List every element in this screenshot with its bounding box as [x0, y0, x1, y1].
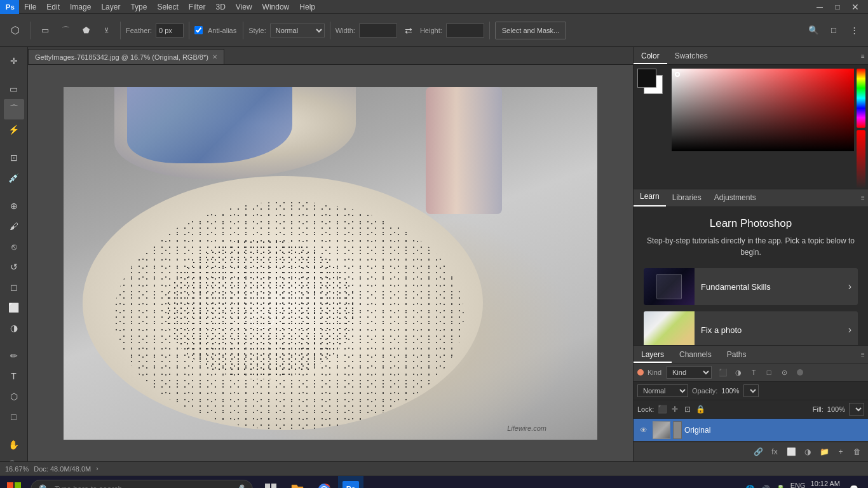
filter-adjust-btn[interactable]: ◑: [732, 366, 745, 379]
color-gradient-picker[interactable]: [672, 69, 854, 151]
eraser-tool[interactable]: ◻: [4, 277, 24, 297]
color-tab[interactable]: Color: [634, 47, 667, 64]
filter-shape-btn[interactable]: □: [763, 366, 775, 379]
search-input[interactable]: [55, 485, 229, 489]
move-tool[interactable]: ✛: [4, 51, 24, 71]
select-and-mask-btn[interactable]: Select and Mask...: [495, 22, 567, 39]
lock-position-btn[interactable]: ✛: [670, 405, 679, 414]
menu-image[interactable]: Image: [65, 0, 96, 14]
tool-lasso[interactable]: ⌒: [57, 22, 74, 39]
file-explorer-app[interactable]: [285, 476, 310, 489]
task-view-btn[interactable]: [258, 476, 283, 489]
swap-wh-btn[interactable]: ⇄: [400, 22, 417, 39]
rect-marquee-tool[interactable]: ▭: [4, 79, 24, 99]
text-tool[interactable]: T: [4, 366, 24, 386]
antialias-checkbox[interactable]: [194, 26, 203, 34]
gradient-tool[interactable]: ⬜: [4, 297, 24, 318]
workspace-btn[interactable]: □: [825, 22, 843, 39]
volume-icon[interactable]: 🔊: [760, 484, 771, 489]
opacity-dropdown[interactable]: [743, 384, 759, 397]
menu-3d[interactable]: 3D: [210, 0, 230, 14]
crop-tool[interactable]: ⊡: [4, 147, 24, 168]
menu-file[interactable]: File: [19, 0, 41, 14]
swatches-tab[interactable]: Swatches: [667, 47, 715, 64]
learn-tab[interactable]: Learn: [634, 189, 666, 207]
photoshop-app[interactable]: Ps: [338, 476, 363, 489]
layers-tab[interactable]: Layers: [634, 346, 672, 363]
feather-input[interactable]: [156, 24, 184, 37]
delete-layer-btn[interactable]: 🗑: [850, 445, 864, 459]
menu-window[interactable]: Window: [257, 0, 295, 14]
spot-heal-tool[interactable]: ⊕: [4, 196, 24, 216]
notification-btn[interactable]: 💬: [845, 480, 863, 489]
alpha-bar[interactable]: [857, 130, 865, 189]
tool-magnetic-lasso[interactable]: ⊻: [97, 22, 115, 39]
window-maximize[interactable]: □: [830, 0, 845, 14]
tool-poly-lasso[interactable]: ⬟: [77, 22, 95, 39]
color-panel-options[interactable]: ≡: [858, 47, 868, 65]
menu-edit[interactable]: Edit: [41, 0, 65, 14]
window-minimize[interactable]: ─: [812, 0, 827, 14]
fg-color-panel-swatch[interactable]: [637, 69, 656, 88]
filter-type-btn[interactable]: T: [747, 366, 760, 379]
canvas-container[interactable]: Lifewire.com: [28, 65, 633, 461]
start-button[interactable]: [0, 476, 28, 489]
menu-view[interactable]: View: [231, 0, 257, 14]
pen-tool[interactable]: ✏: [4, 346, 24, 366]
dodge-tool[interactable]: ◑: [4, 318, 24, 338]
menu-filter[interactable]: Filter: [184, 0, 211, 14]
shape-tool[interactable]: □: [4, 407, 24, 427]
tool-rect-select[interactable]: ▭: [36, 22, 54, 39]
quick-select-tool[interactable]: ⚡: [4, 119, 24, 140]
taskbar-search[interactable]: 🔍 🎤: [31, 480, 253, 489]
style-select[interactable]: Normal Fixed Ratio Fixed Size: [270, 24, 325, 37]
zoom-tool[interactable]: 🔍: [4, 455, 24, 461]
lock-pixels-btn[interactable]: ⬛: [658, 405, 667, 414]
tool-lasso-select[interactable]: ⬡: [5, 20, 25, 41]
table-row[interactable]: 👁 Original: [634, 419, 868, 442]
spectrum-bar[interactable]: [857, 69, 865, 128]
document-tab[interactable]: GettyImages-76185342.jpg @ 16.7% (Origin…: [28, 49, 224, 64]
layers-panel-options[interactable]: ≡: [858, 346, 868, 363]
layer-visibility-toggle[interactable]: 👁: [637, 424, 650, 437]
fill-dropdown[interactable]: [849, 403, 864, 416]
adjustments-tab[interactable]: Adjustments: [708, 189, 763, 207]
search-icon-btn[interactable]: 🔍: [804, 22, 822, 39]
learn-card-fundamental[interactable]: Fundamental Skills ›: [644, 268, 858, 305]
network-icon[interactable]: 🌐: [745, 484, 756, 489]
filter-smart-btn[interactable]: ⊙: [778, 366, 790, 379]
learn-panel-options[interactable]: ≡: [858, 189, 868, 207]
width-input[interactable]: [359, 24, 397, 37]
more-btn[interactable]: ⋮: [845, 22, 863, 39]
new-layer-btn[interactable]: +: [834, 445, 848, 459]
add-adjustment-btn[interactable]: ◑: [801, 445, 815, 459]
brush-tool[interactable]: 🖌: [4, 216, 24, 236]
stamp-tool[interactable]: ⎋: [4, 236, 24, 257]
lock-artboard-btn[interactable]: ⊡: [683, 405, 692, 414]
menu-select[interactable]: Select: [152, 0, 183, 14]
path-select-tool[interactable]: ⬡: [4, 386, 24, 407]
system-clock[interactable]: 10:12 AM 9/4/2019: [811, 479, 840, 488]
menu-help[interactable]: Help: [294, 0, 320, 14]
chrome-app[interactable]: [311, 476, 337, 489]
battery-icon[interactable]: 🔋: [775, 484, 787, 489]
eyedropper-tool[interactable]: 💉: [4, 168, 24, 188]
menu-type[interactable]: Type: [125, 0, 152, 14]
window-close[interactable]: ✕: [848, 0, 863, 14]
blend-mode-select[interactable]: Normal Dissolve Multiply Screen Overlay: [637, 384, 688, 397]
link-layers-btn[interactable]: 🔗: [751, 445, 765, 459]
paths-tab[interactable]: Paths: [719, 346, 754, 363]
height-input[interactable]: [446, 24, 484, 37]
add-mask-btn[interactable]: ⬜: [784, 445, 798, 459]
filter-kind-select[interactable]: Kind Name Effect Mode Attribute Color: [667, 366, 712, 379]
filter-pixel-btn[interactable]: ⬛: [717, 366, 729, 379]
add-style-btn[interactable]: fx: [768, 445, 782, 459]
libraries-tab[interactable]: Libraries: [666, 189, 708, 207]
hand-tool[interactable]: ✋: [4, 435, 24, 455]
new-group-btn[interactable]: 📁: [817, 445, 831, 459]
lasso-tool[interactable]: ⌒: [4, 99, 24, 119]
tab-close-btn[interactable]: ✕: [212, 53, 217, 60]
learn-card-fix-photo[interactable]: Fix a photo ›: [644, 311, 858, 345]
lock-all-btn[interactable]: 🔒: [696, 405, 705, 414]
channels-tab[interactable]: Channels: [672, 346, 719, 363]
